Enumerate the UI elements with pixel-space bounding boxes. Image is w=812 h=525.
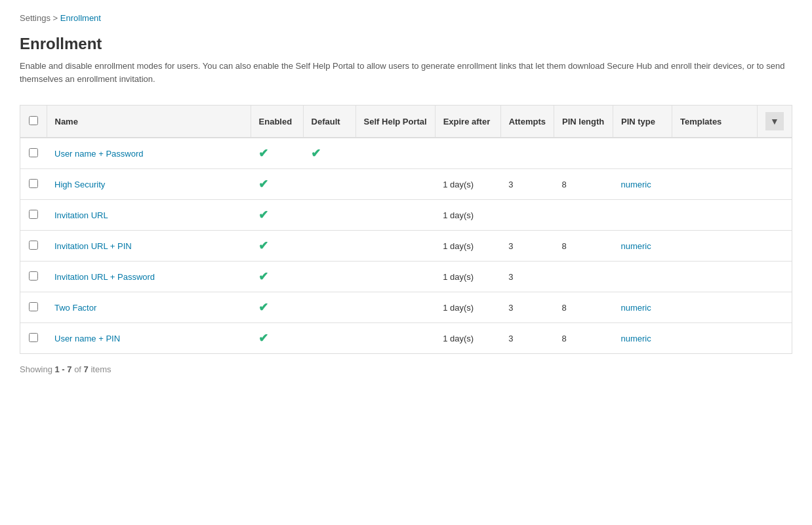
row-pintype: [613, 262, 672, 292]
row-checkbox[interactable]: [29, 333, 38, 342]
table-row: User name + PIN✔1 day(s)38numeric: [20, 323, 792, 354]
breadcrumb: Settings > Enrollment: [20, 13, 792, 23]
row-name: Invitation URL + PIN: [47, 231, 251, 262]
enrollment-name-link[interactable]: Invitation URL + Password: [54, 272, 155, 282]
row-name: User name + PIN: [47, 323, 251, 354]
arrow-down-icon: ▼: [770, 116, 779, 126]
row-default: [303, 231, 355, 262]
row-checkbox[interactable]: [29, 210, 38, 219]
enrollment-name-link[interactable]: High Security: [54, 180, 105, 189]
row-templates: [672, 138, 758, 169]
row-default: [303, 169, 355, 200]
row-templates: [672, 169, 758, 200]
row-selfhelp: [355, 138, 435, 169]
showing-label: Showing: [20, 364, 52, 374]
header-enabled: Enabled: [251, 106, 303, 138]
row-pinlength: 8: [554, 323, 613, 354]
row-templates: [672, 323, 758, 354]
enrollment-name-link[interactable]: Invitation URL + PIN: [54, 241, 132, 251]
row-default: ✔: [303, 138, 355, 169]
enrollment-name-link[interactable]: Two Factor: [54, 303, 96, 313]
row-checkbox[interactable]: [29, 271, 38, 281]
row-pintype: [613, 138, 672, 169]
table-row: High Security✔1 day(s)38numeric: [20, 169, 792, 200]
row-attempts: 3: [500, 169, 554, 200]
row-checkbox[interactable]: [29, 241, 38, 250]
table-body: User name + Password✔✔High Security✔1 da…: [20, 138, 792, 353]
row-selfhelp: [355, 292, 435, 323]
pin-type-link[interactable]: numeric: [621, 334, 651, 343]
default-checkmark-icon: ✔: [311, 147, 321, 160]
row-enabled: ✔: [251, 292, 303, 323]
row-enabled: ✔: [251, 169, 303, 200]
enrollment-name-link[interactable]: Invitation URL: [54, 210, 108, 220]
breadcrumb-settings: Settings: [20, 13, 51, 23]
page-title: Enrollment: [20, 35, 792, 53]
row-pinlength: [554, 262, 613, 292]
header-arrow: ▼: [758, 106, 792, 138]
pin-type-link[interactable]: numeric: [621, 241, 651, 251]
row-templates: [672, 200, 758, 231]
of-label: of: [74, 364, 83, 374]
row-checkbox-cell: [20, 138, 47, 169]
row-enabled: ✔: [251, 200, 303, 231]
row-attempts: [500, 200, 554, 231]
row-name: Two Factor: [47, 292, 251, 323]
row-checkbox-cell: [20, 200, 47, 231]
enrollment-name-link[interactable]: User name + Password: [54, 149, 143, 159]
table-row: Invitation URL + Password✔1 day(s)3: [20, 262, 792, 292]
pin-type-link[interactable]: numeric: [621, 303, 651, 313]
table-header-row: Name Enabled Default Self Help Portal Ex…: [20, 106, 792, 138]
row-name: User name + Password: [47, 138, 251, 169]
column-options-button[interactable]: ▼: [765, 112, 784, 130]
row-selfhelp: [355, 262, 435, 292]
table-row: User name + Password✔✔: [20, 138, 792, 169]
row-templates: [672, 231, 758, 262]
row-pinlength: [554, 200, 613, 231]
row-enabled: ✔: [251, 262, 303, 292]
row-checkbox-cell: [20, 292, 47, 323]
row-arrow-cell: [758, 323, 792, 354]
breadcrumb-enrollment[interactable]: Enrollment: [60, 13, 101, 23]
table-footer: Showing 1 - 7 of 7 items: [20, 364, 792, 374]
row-checkbox[interactable]: [29, 148, 38, 157]
enrollment-name-link[interactable]: User name + PIN: [54, 334, 120, 343]
row-name: Invitation URL + Password: [47, 262, 251, 292]
row-checkbox-cell: [20, 323, 47, 354]
row-expire: 1 day(s): [435, 323, 500, 354]
row-enabled: ✔: [251, 231, 303, 262]
row-name: Invitation URL: [47, 200, 251, 231]
row-checkbox-cell: [20, 231, 47, 262]
row-attempts: 3: [500, 292, 554, 323]
header-templates: Templates: [672, 106, 758, 138]
header-selfhelp: Self Help Portal: [355, 106, 435, 138]
row-pintype: numeric: [613, 292, 672, 323]
table-row: Invitation URL✔1 day(s): [20, 200, 792, 231]
enabled-checkmark-icon: ✔: [258, 301, 268, 314]
row-attempts: [500, 138, 554, 169]
header-pintype: PIN type: [613, 106, 672, 138]
enabled-checkmark-icon: ✔: [258, 239, 268, 252]
pin-type-link[interactable]: numeric: [621, 180, 651, 189]
row-checkbox[interactable]: [29, 302, 38, 311]
row-enabled: ✔: [251, 323, 303, 354]
enabled-checkmark-icon: ✔: [258, 147, 268, 160]
row-arrow-cell: [758, 138, 792, 169]
row-arrow-cell: [758, 262, 792, 292]
row-selfhelp: [355, 200, 435, 231]
page-description: Enable and disable enrollment modes for …: [20, 60, 792, 85]
row-arrow-cell: [758, 292, 792, 323]
breadcrumb-separator: >: [53, 13, 60, 23]
select-all-checkbox[interactable]: [29, 116, 38, 125]
row-selfhelp: [355, 231, 435, 262]
header-name: Name: [47, 106, 251, 138]
row-expire: 1 day(s): [435, 200, 500, 231]
header-default: Default: [303, 106, 355, 138]
row-pinlength: 8: [554, 292, 613, 323]
row-arrow-cell: [758, 200, 792, 231]
row-selfhelp: [355, 323, 435, 354]
row-pinlength: [554, 138, 613, 169]
row-pinlength: 8: [554, 169, 613, 200]
header-pinlength: PIN length: [554, 106, 613, 138]
row-checkbox[interactable]: [29, 179, 38, 188]
